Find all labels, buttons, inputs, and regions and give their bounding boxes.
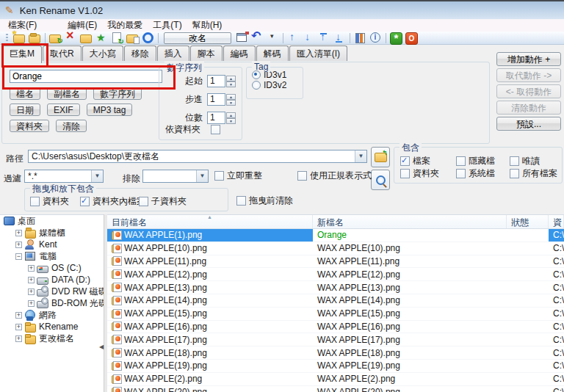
menu-tools[interactable]: 工具(T) xyxy=(148,19,187,32)
splitter-collapse-icon[interactable]: ◀ xyxy=(99,344,104,350)
include-checkbox-6[interactable]: 所有檔案 xyxy=(510,169,557,178)
action-button-1[interactable]: 增加動作 + xyxy=(496,52,561,66)
tree-item[interactable]: −電腦 xyxy=(0,250,104,262)
file-row[interactable]: WAX APPLE(12).pngWAX APPLE(12).pngC:\ xyxy=(107,268,564,281)
refresh-list-button[interactable] xyxy=(109,32,125,44)
file-row[interactable]: WAX APPLE(15).pngWAX APPLE(15).pngC:\ xyxy=(107,308,564,321)
column-header-2[interactable]: 新檔名 xyxy=(313,215,507,228)
tab-8[interactable]: 解碼 xyxy=(256,46,289,61)
tree-item[interactable]: 桌面 xyxy=(0,215,104,227)
tab-6[interactable]: 腳本 xyxy=(190,46,223,61)
expand-plus-icon[interactable]: + xyxy=(28,277,35,283)
include-checkbox-2[interactable]: 隱藏檔 xyxy=(456,156,495,166)
file-row[interactable]: WAX APPLE(16).pngWAX APPLE(16).pngC:\ xyxy=(107,321,564,334)
tab-9[interactable]: 匯入清單(I) xyxy=(289,46,347,61)
add-folder-button[interactable] xyxy=(27,32,43,44)
move-down-button[interactable] xyxy=(301,32,317,44)
browse-folder-button[interactable] xyxy=(371,147,390,167)
path-combobox[interactable]: C:\Users\asus\Desktop\更改檔名 ▼ xyxy=(28,150,367,163)
tree-item[interactable]: +網路 xyxy=(0,309,104,321)
spin-down-icon[interactable]: ▼ xyxy=(226,81,236,87)
dragdrop-checkbox-2[interactable]: 資料夾內檔案 xyxy=(80,197,145,206)
undo-dropdown[interactable] xyxy=(265,32,281,44)
language-button[interactable] xyxy=(388,32,404,44)
column-header-3[interactable]: 狀態 xyxy=(507,215,549,228)
spin-down-icon[interactable]: ▼ xyxy=(226,100,236,106)
expand-plus-icon[interactable]: + xyxy=(28,265,35,272)
menu-help[interactable]: 幫助(H) xyxy=(187,19,228,32)
expand-plus-icon[interactable]: + xyxy=(15,324,22,330)
exit-button[interactable] xyxy=(404,32,419,44)
rename-button[interactable]: 改名 xyxy=(164,32,231,44)
add-files-button[interactable] xyxy=(12,32,27,44)
include-checkbox-3[interactable]: 唯讀 xyxy=(510,156,540,166)
move-bottom-button[interactable] xyxy=(332,32,347,44)
dragdrop-checkbox-3[interactable]: 子資料夾 xyxy=(139,197,187,206)
tab-1[interactable]: 巨集M xyxy=(2,46,42,63)
use-regex-checkbox[interactable]: 使用正規表示式 xyxy=(297,171,372,181)
file-row[interactable]: WAX APPLE(11).pngWAX APPLE(11).pngC:\ xyxy=(107,255,564,269)
tab-4[interactable]: 移除 xyxy=(124,46,156,61)
undo-button[interactable] xyxy=(250,32,265,44)
open-folder-button[interactable] xyxy=(79,32,94,44)
collapse-minus-icon[interactable]: − xyxy=(15,253,22,260)
info-button[interactable] xyxy=(368,32,383,44)
include-checkbox-4[interactable]: 資料夾 xyxy=(400,169,439,178)
spin-up-icon[interactable]: ▲ xyxy=(226,112,236,118)
expand-plus-icon[interactable]: + xyxy=(28,288,35,295)
move-top-button[interactable] xyxy=(317,32,332,44)
action-button-5[interactable]: 預設... xyxy=(496,117,561,131)
file-row[interactable]: WAX APPLE(17).pngWAX APPLE(17).pngC:\ xyxy=(107,333,564,346)
tree-item[interactable]: +DATA (D:) xyxy=(0,274,104,286)
chevron-down-icon[interactable]: ▼ xyxy=(196,170,208,182)
radio-id3v1[interactable]: ID3v1 xyxy=(252,70,303,79)
file-row[interactable]: WAX APPLE(2).pngWAX APPLE(2).pngC:\ xyxy=(107,373,564,386)
expand-plus-icon[interactable]: + xyxy=(15,242,22,248)
expand-plus-icon[interactable]: + xyxy=(15,312,22,319)
tree-item[interactable]: +媒體櫃 xyxy=(0,227,104,239)
number-field-value[interactable]: 1 xyxy=(207,75,225,87)
number-field-value[interactable]: 1 xyxy=(207,112,225,124)
tree-item[interactable]: +OS (C:) xyxy=(0,262,104,274)
macro-button[interactable]: EXIF xyxy=(47,104,80,116)
tree-item[interactable]: +Kent xyxy=(0,239,104,250)
exclude-combobox[interactable]: ▼ xyxy=(142,170,209,183)
number-field-value[interactable]: 1 xyxy=(207,93,225,106)
macro-button[interactable]: 日期 xyxy=(10,104,40,116)
macro-button[interactable]: 副檔名 xyxy=(47,87,87,100)
macro-button[interactable]: 數字序列 xyxy=(93,87,142,100)
spin-down-icon[interactable]: ▼ xyxy=(226,118,236,124)
include-checkbox-5[interactable]: 系統檔 xyxy=(456,169,495,178)
tree-item[interactable]: +DVD RW 磁碟機 xyxy=(0,286,104,297)
macro-button[interactable]: MP3 tag xyxy=(87,104,133,116)
move-up-button[interactable] xyxy=(286,32,301,44)
include-checkbox-1[interactable]: 檔案 xyxy=(400,156,430,166)
target-button[interactable] xyxy=(140,32,156,44)
column-header-4[interactable]: 資 xyxy=(549,215,564,228)
expand-plus-icon[interactable]: + xyxy=(15,335,22,342)
folder-contents-button[interactable] xyxy=(125,32,140,44)
spin-up-icon[interactable]: ▲ xyxy=(226,76,236,81)
expand-plus-icon[interactable]: + xyxy=(28,300,35,307)
file-row[interactable]: WAX APPLE(19).pngWAX APPLE(19).pngC:\ xyxy=(107,360,564,373)
expand-plus-icon[interactable]: + xyxy=(15,230,22,236)
radio-id3v2[interactable]: ID3v2 xyxy=(252,80,303,90)
file-row[interactable]: WAX APPLE(20).pngWAX APPLE(20).pngC:\ xyxy=(107,386,564,392)
file-row[interactable]: WAX APPLE(18).pngWAX APPLE(18).pngC:\ xyxy=(107,346,564,360)
preview-button[interactable] xyxy=(234,32,250,44)
menu-favorites[interactable]: 我的最愛 xyxy=(102,19,148,32)
tab-5[interactable]: 插入 xyxy=(157,46,189,61)
file-row[interactable]: WAX APPLE(14).pngWAX APPLE(14).pngC:\ xyxy=(107,294,564,308)
tree-item[interactable]: +更改檔名 xyxy=(0,333,104,344)
per-folder-checkbox[interactable]: 依資料夾 xyxy=(165,125,223,134)
tab-7[interactable]: 編碼 xyxy=(223,46,256,61)
macro-pattern-input[interactable] xyxy=(10,70,162,83)
remove-button[interactable] xyxy=(63,32,79,44)
spin-up-icon[interactable]: ▲ xyxy=(226,94,236,100)
refresh-folder-button[interactable] xyxy=(48,32,63,44)
filter-combobox[interactable]: *.* ▼ xyxy=(24,170,104,183)
dragdrop-checkbox-1[interactable]: 資料夾 xyxy=(30,197,69,206)
chevron-down-icon[interactable]: ▼ xyxy=(91,170,103,182)
tree-item[interactable]: +KRename xyxy=(0,321,104,333)
search-button[interactable] xyxy=(371,170,390,190)
